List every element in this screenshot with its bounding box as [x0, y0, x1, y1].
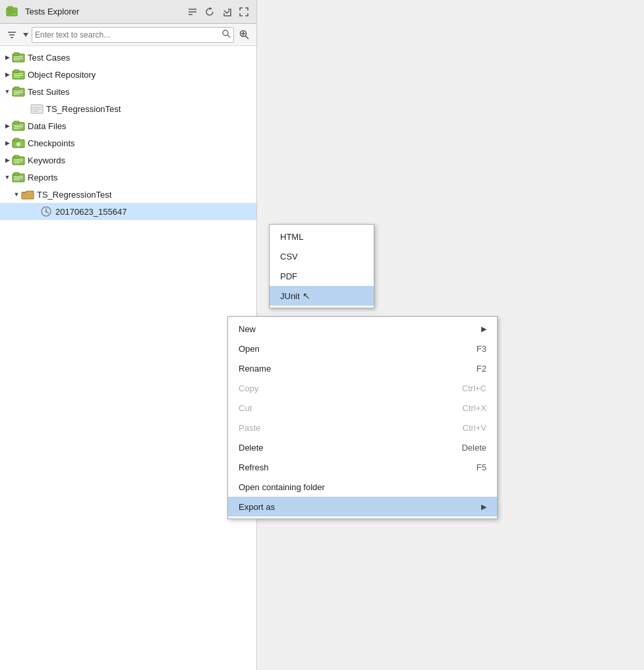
- expand-ts-regression-report[interactable]: ▼: [12, 190, 21, 199]
- tree-item-keywords[interactable]: ▶ Keywords: [0, 152, 256, 169]
- menu-item-new[interactable]: New ▶: [228, 319, 497, 339]
- reports-icon: [12, 171, 25, 183]
- toolbar: [0, 24, 256, 46]
- expand-all-btn[interactable]: [220, 5, 234, 19]
- expand-keywords[interactable]: ▶: [3, 155, 12, 165]
- expand-object-repo[interactable]: ▶: [3, 70, 12, 79]
- context-menu: New ▶ Open F3 Rename F2 Copy Ctrl+C Cut …: [227, 316, 498, 519]
- expand-reports[interactable]: ▼: [3, 173, 12, 182]
- filter-dropdown-btn[interactable]: [22, 27, 29, 43]
- app-icon: [5, 6, 18, 18]
- filter-btn[interactable]: [4, 27, 20, 43]
- report-entry-label: 20170623_155647: [55, 207, 127, 217]
- svg-rect-33: [31, 105, 43, 113]
- reports-label: Reports: [28, 173, 58, 182]
- title-bar-actions: [185, 5, 251, 19]
- svg-rect-1: [8, 7, 13, 9]
- tree-item-test-suites[interactable]: ▼ Test Suites: [0, 83, 256, 100]
- svg-rect-19: [14, 53, 19, 55]
- search-input[interactable]: [35, 30, 222, 40]
- keywords-label: Keywords: [28, 155, 65, 165]
- new-arrow: ▶: [481, 325, 486, 333]
- svg-rect-43: [14, 138, 19, 141]
- maximize-btn[interactable]: [237, 5, 251, 19]
- ts-regression-report-icon: [21, 188, 34, 200]
- collapse-all-btn[interactable]: [185, 5, 200, 19]
- expand-data-files[interactable]: ▶: [3, 121, 12, 130]
- tree-item-reports[interactable]: ▼ Reports: [0, 169, 256, 186]
- menu-item-open[interactable]: Open F3: [228, 339, 497, 358]
- svg-rect-46: [14, 155, 19, 158]
- menu-item-open-containing-folder[interactable]: Open containing folder: [228, 477, 497, 497]
- test-cases-icon: [12, 51, 25, 63]
- ts-regression-suite-icon: [30, 103, 44, 115]
- menu-item-delete[interactable]: Delete Delete: [228, 437, 497, 457]
- search-input-wrapper: [32, 27, 234, 43]
- export-arrow: ▶: [481, 503, 486, 511]
- cursor-indicator: ↖: [303, 291, 310, 301]
- menu-item-export-as[interactable]: Export as ▶: [228, 497, 497, 516]
- svg-point-44: [16, 142, 20, 146]
- submenu-item-csv[interactable]: CSV: [270, 246, 374, 266]
- tree-item-object-repository[interactable]: ▶ Object Repository: [0, 66, 256, 83]
- menu-item-copy[interactable]: Copy Ctrl+C: [228, 378, 497, 398]
- ts-regression-suite-label: TS_RegressionTest: [46, 104, 121, 114]
- report-entry-icon: [40, 206, 53, 217]
- test-suites-icon: [12, 86, 25, 98]
- checkpoints-label: Checkpoints: [28, 138, 75, 148]
- svg-rect-24: [14, 70, 19, 72]
- data-files-icon: [12, 120, 25, 132]
- svg-line-15: [246, 36, 249, 39]
- checkpoints-icon: [12, 137, 25, 149]
- expand-checkpoints[interactable]: ▶: [3, 138, 12, 148]
- submenu-item-junit[interactable]: JUnit ↖: [270, 286, 374, 306]
- title-bar-label: Tests Explorer: [25, 7, 181, 16]
- tests-explorer-panel: Tests Explorer: [0, 0, 257, 670]
- submenu-export: HTML CSV PDF JUnit ↖: [269, 224, 374, 308]
- keywords-icon: [12, 154, 25, 166]
- svg-rect-29: [14, 87, 19, 90]
- menu-item-paste[interactable]: Paste Ctrl+V: [228, 418, 497, 437]
- svg-point-56: [45, 210, 47, 212]
- data-files-label: Data Files: [28, 121, 67, 131]
- tree-item-data-files[interactable]: ▶ Data Files: [0, 117, 256, 134]
- menu-item-refresh[interactable]: Refresh F5: [228, 457, 497, 477]
- tree-item-checkpoints[interactable]: ▶ Checkpoints: [0, 134, 256, 152]
- svg-rect-38: [14, 121, 19, 124]
- search-icon[interactable]: [222, 30, 231, 40]
- tree-item-ts-regression-report[interactable]: ▼ TS_RegressionTest: [0, 186, 256, 203]
- test-cases-label: Test Cases: [28, 53, 70, 63]
- object-repo-icon: [12, 69, 25, 80]
- svg-line-13: [227, 35, 230, 38]
- object-repo-label: Object Repository: [28, 70, 96, 80]
- submenu-item-html[interactable]: HTML: [270, 227, 374, 246]
- svg-point-12: [223, 30, 228, 36]
- tree-item-ts-regression-suite[interactable]: TS_RegressionTest: [0, 100, 256, 117]
- menu-item-cut[interactable]: Cut Ctrl+X: [228, 398, 497, 418]
- tree-item-report-entry[interactable]: 20170623_155647: [0, 203, 256, 220]
- tree-item-test-cases[interactable]: ▶ Test Cases: [0, 49, 256, 66]
- ts-regression-report-label: TS_RegressionTest: [37, 190, 111, 200]
- submenu-item-pdf[interactable]: PDF: [270, 266, 374, 286]
- refresh-btn[interactable]: [202, 5, 217, 19]
- expand-test-cases[interactable]: ▶: [3, 53, 12, 62]
- menu-item-rename[interactable]: Rename F2: [228, 358, 497, 378]
- add-search-btn[interactable]: [237, 27, 252, 43]
- svg-rect-51: [14, 173, 19, 175]
- test-suites-label: Test Suites: [28, 87, 70, 97]
- tree-container: ▶ Test Cases ▶: [0, 46, 256, 670]
- title-bar: Tests Explorer: [0, 0, 256, 24]
- svg-marker-11: [23, 33, 28, 37]
- expand-test-suites[interactable]: ▼: [3, 87, 12, 96]
